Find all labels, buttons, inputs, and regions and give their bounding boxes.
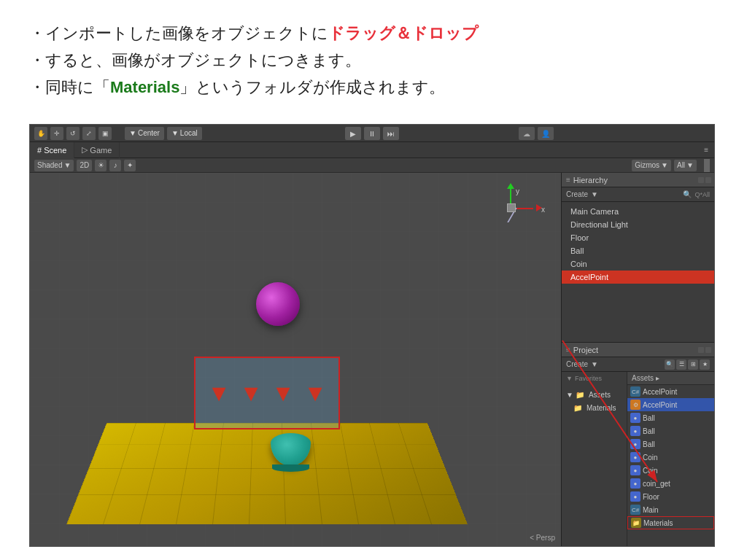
rotate-tool-icon[interactable]: ↺ [66,127,80,140]
instruction-3-prefix: ・同時に「 [29,78,110,96]
project-tool-3[interactable]: ⊞ [688,359,698,370]
center-dropdown-icon: ▼ [129,129,136,137]
asset-ball-icon-2: ● [630,426,640,436]
project-minimize-icon[interactable] [698,347,704,353]
instruction-3-suffix: 」というフォルダが作成されます。 [179,78,445,96]
asset-ball-icon-3: ● [630,439,640,449]
pause-button[interactable]: ⏸ [364,127,380,140]
arrow-4: ▼ [303,381,327,405]
top-toolbar: ✋ ✛ ↺ ⤢ ▣ ▼ Center ▼ Local ▶ ⏸ ⏭ ☁ 👤 [30,125,714,142]
asset-orange-icon: ⚙ [630,400,640,410]
instructions-section: ・インポートした画像をオブジェクトにドラッグ＆ドロップ ・すると、画像がオブジェ… [0,0,747,114]
asset-ball-2[interactable]: ● Ball [627,424,714,438]
step-button[interactable]: ⏭ [383,127,399,140]
hierarchy-item-floor[interactable]: Floor [562,231,714,244]
instruction-line-3: ・同時に「Materials」というフォルダが作成されます。 [29,74,718,100]
tab-game[interactable]: ▷ Game [74,142,120,158]
accel-arrows: ▼ ▼ ▼ ▼ [196,358,338,428]
materials-folder-icon: 📁 [573,404,582,412]
tab-scene[interactable]: # Scene [30,142,74,158]
hierarchy-item-main-camera[interactable]: Main Camera [562,205,714,218]
playback-controls: ▶ ⏸ ⏭ [345,127,399,140]
gizmo-y-head [507,183,514,189]
light-icon[interactable]: ☀ [95,160,107,171]
tab-bar: # Scene ▷ Game ≡ [30,142,714,158]
project-toolbar: Create ▼ 🔍 ☰ ⊞ ★ [562,357,714,372]
gizmo-x-label: x [541,206,545,214]
project-assets-header[interactable]: ▼ 📁 Assets [562,388,627,401]
arrow-3: ▼ [271,381,295,405]
hierarchy-menu-icon: ≡ [566,176,570,184]
game-triangle-icon: ▷ [82,145,88,155]
hierarchy-maximize-icon[interactable] [705,177,711,183]
project-title: Project [573,346,598,354]
asset-accelpoint-selected[interactable]: ⚙ AccelPoint [627,398,714,411]
all-dropdown[interactable]: All ▼ [674,160,697,171]
project-create-chevron[interactable]: ▼ [591,360,598,368]
project-create-btn[interactable]: Create [566,360,588,368]
scene-viewport[interactable]: ▼ ▼ ▼ ▼ y x < Pers [30,173,561,546]
asset-materials-icon: 📁 [631,518,641,528]
project-maximize-icon[interactable] [705,347,711,353]
instruction-line-1: ・インポートした画像をオブジェクトにドラッグ＆ドロップ [29,20,718,46]
center-button[interactable]: ▼ Center [125,127,164,140]
hierarchy-item-directional-light[interactable]: Directional Light [562,218,714,231]
asset-script-icon: C# [630,386,640,397]
move-tool-icon[interactable]: ✛ [50,127,63,140]
scale-tool-icon[interactable]: ⤢ [82,127,96,140]
gizmos-dropdown[interactable]: Gizmos ▼ [632,160,671,171]
hierarchy-create-chevron[interactable]: ▼ [591,190,598,198]
resize-handle[interactable] [704,159,710,172]
project-content: ▼ Favorites ▼ 📁 Assets 📁 Materials Asset… [562,372,714,546]
asset-coin-get[interactable]: ● coin_get [627,477,714,490]
project-panel: ≡ Project Create ▼ 🔍 ☰ ⊞ ★ ▼ Fav [561,342,714,546]
2d-button[interactable]: 2D [77,160,92,171]
hierarchy-item-ball[interactable]: Ball [562,244,714,257]
asset-accelpoint-script[interactable]: C# AccelPoint [627,385,714,398]
unity-editor: ✋ ✛ ↺ ⤢ ▣ ▼ Center ▼ Local ▶ ⏸ ⏭ ☁ 👤 # S… [29,124,715,547]
effects-icon[interactable]: ✦ [124,160,136,171]
scene-subbar: Shaded ▼ 2D ☀ ♪ ✦ Gizmos ▼ All ▼ [30,158,714,173]
cloud-icon[interactable]: ☁ [519,127,535,140]
scene-hash-icon: # [37,146,42,155]
rect-tool-icon[interactable]: ▣ [98,127,112,140]
gizmo-y-label: y [516,187,519,195]
instruction-1-prefix: ・インポートした画像をオブジェクトに [29,24,328,42]
asset-ball-1[interactable]: ● Ball [627,411,714,424]
hand-tool-icon[interactable]: ✋ [34,127,47,140]
hierarchy-item-coin[interactable]: Coin [562,257,714,271]
collapse-button[interactable]: ≡ [698,146,714,154]
project-title-bar: ≡ Project [562,343,714,357]
asset-materials-folder[interactable]: 📁 Materials [627,516,714,529]
arrow-1: ▼ [207,381,231,405]
project-left-panel: ▼ Favorites ▼ 📁 Assets 📁 Materials [562,372,627,546]
asset-floor-icon: ● [630,491,640,502]
asset-floor[interactable]: ● Floor [627,490,714,503]
asset-coin-1[interactable]: ● Coin [627,451,714,464]
project-tool-2[interactable]: ☰ [676,359,686,370]
asset-coin-2[interactable]: ● Coin [627,464,714,477]
shaded-dropdown[interactable]: Shaded ▼ [34,160,74,171]
account-icon[interactable]: 👤 [538,127,554,140]
hierarchy-item-accelpoint[interactable]: AccelPoint [562,271,714,284]
project-right-panel: Assets ▸ C# AccelPoint ⚙ AccelPoint ● Ba… [627,372,714,546]
floor-platform [66,423,468,524]
hierarchy-create-btn[interactable]: Create [566,190,588,198]
project-tool-1[interactable]: 🔍 [665,359,675,370]
accel-point-area: ▼ ▼ ▼ ▼ [194,357,340,429]
asset-ball-3[interactable]: ● Ball [627,438,714,451]
project-materials-folder[interactable]: 📁 Materials [562,401,627,414]
local-button[interactable]: ▼ Local [167,127,202,140]
instruction-line-2: ・すると、画像がオブジェクトにつきます。 [29,47,718,73]
hierarchy-search-placeholder: Q*All [694,191,710,198]
gizmo-cube [507,203,516,212]
hierarchy-minimize-icon[interactable] [698,177,704,183]
asset-main[interactable]: C# Main [627,503,714,516]
project-tool-4[interactable]: ★ [700,359,710,370]
instruction-3-highlight: Materials [110,78,179,96]
audio-icon[interactable]: ♪ [109,160,121,171]
play-button[interactable]: ▶ [345,127,361,140]
project-favorites-header: ▼ Favorites [562,372,627,385]
asset-coin-get-icon: ● [630,478,640,489]
shaded-chevron: ▼ [63,161,71,169]
